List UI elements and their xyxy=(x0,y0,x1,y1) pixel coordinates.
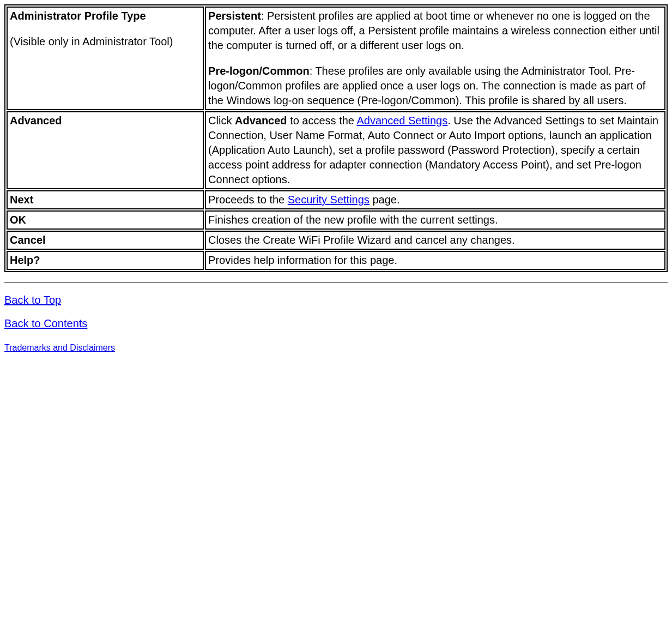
table-row: Next Proceeds to the Security Settings p… xyxy=(7,190,665,209)
desc-text: page. xyxy=(370,194,400,206)
row-label-cell: Advanced xyxy=(7,111,204,189)
row-label-cell: Cancel xyxy=(7,231,204,250)
row-label-cell: Help? xyxy=(7,251,204,270)
desc-text: Click xyxy=(208,115,235,127)
settings-table: Administrator Profile Type (Visible only… xyxy=(4,4,668,272)
row-label-note: (Visible only in Administrator Tool) xyxy=(10,35,173,47)
row-label-bold: Administrator Profile Type xyxy=(10,10,146,22)
row-desc-cell: Click Advanced to access the Advanced Se… xyxy=(205,111,665,189)
back-to-top-link[interactable]: Back to Top xyxy=(4,294,61,306)
divider xyxy=(4,282,668,283)
row-desc-cell: Finishes creation of the new profile wit… xyxy=(205,210,665,230)
desc-persistent-text: : Persistent profiles are applied at boo… xyxy=(208,10,659,51)
desc-prelogon-label: Pre-logon/Common xyxy=(208,65,310,77)
row-label-bold: OK xyxy=(10,214,26,226)
back-to-contents-link[interactable]: Back to Contents xyxy=(4,317,87,329)
table-row: OK Finishes creation of the new profile … xyxy=(7,210,665,230)
row-label-bold: Advanced xyxy=(10,115,62,127)
row-label-cell: Administrator Profile Type (Visible only… xyxy=(7,7,204,110)
row-desc-cell: Provides help information for this page. xyxy=(205,251,665,270)
table-row: Cancel Closes the Create WiFi Profile Wi… xyxy=(7,231,665,250)
desc-persistent-label: Persistent xyxy=(208,10,261,22)
row-desc-cell: Proceeds to the Security Settings page. xyxy=(205,190,665,209)
desc-text: Provides help information for this page. xyxy=(208,254,397,266)
row-desc-cell: Closes the Create WiFi Profile Wizard an… xyxy=(205,231,665,250)
table-row: Help? Provides help information for this… xyxy=(7,251,665,270)
desc-bold: Advanced xyxy=(235,115,287,127)
advanced-settings-link[interactable]: Advanced Settings xyxy=(356,115,447,127)
desc-text: to access the xyxy=(287,115,357,127)
row-label-bold: Cancel xyxy=(10,234,46,246)
trademarks-link[interactable]: Trademarks and Disclaimers xyxy=(4,343,115,352)
desc-text: Finishes creation of the new profile wit… xyxy=(208,214,498,226)
row-desc-cell: Persistent: Persistent profiles are appl… xyxy=(205,7,665,110)
desc-text: Proceeds to the xyxy=(208,194,288,206)
row-label-bold: Help? xyxy=(10,254,40,266)
security-settings-link[interactable]: Security Settings xyxy=(288,194,370,206)
desc-text: Closes the Create WiFi Profile Wizard an… xyxy=(208,234,514,246)
row-label-cell: OK xyxy=(7,210,204,230)
table-row: Administrator Profile Type (Visible only… xyxy=(7,7,665,110)
row-label-cell: Next xyxy=(7,190,204,209)
row-label-bold: Next xyxy=(10,194,33,206)
footer-links: Back to Top Back to Contents Trademarks … xyxy=(4,294,668,353)
table-row: Advanced Click Advanced to access the Ad… xyxy=(7,111,665,189)
